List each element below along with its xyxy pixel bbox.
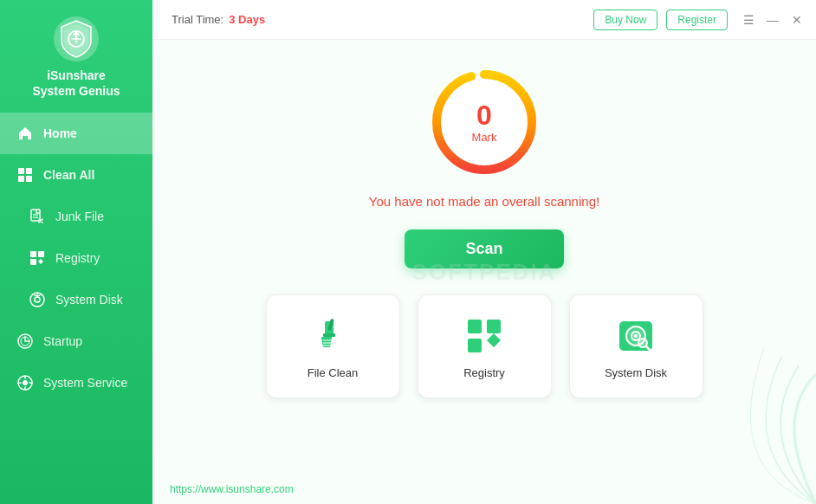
system-disk-icon [28,290,47,309]
sidebar-item-home-label: Home [43,126,77,140]
app-name: iSunshare [47,68,106,83]
score-circle: 0 Mark [428,66,541,178]
score-value: 0 [472,101,497,129]
svg-point-17 [35,297,40,302]
footer-link[interactable]: https://www.isunshare.com [170,483,294,495]
svg-marker-15 [38,259,43,264]
sidebar-item-system-service[interactable]: System Service [0,362,152,404]
feature-card-registry[interactable]: Registry [418,294,552,398]
feature-card-file-clean[interactable]: File Clean [266,294,400,398]
registry-icon [28,249,47,268]
sidebar-item-registry[interactable]: Registry [0,237,152,279]
feature-card-system-disk-label: System Disk [605,366,667,379]
main-area: Trial Time: 3 Days Buy Now Register ☰ — … [152,0,816,504]
trial-value: 3 Days [229,13,265,26]
sidebar-item-junk-file[interactable]: Junk File [0,196,152,237]
junk-file-icon [28,207,47,226]
sidebar: iSunshare System Genius Home Cle [0,0,152,504]
svg-rect-14 [30,259,36,265]
svg-rect-8 [26,176,32,182]
system-disk-feature-icon [614,314,657,358]
feature-card-system-disk[interactable]: System Disk [569,294,703,398]
registry-feature-icon [463,314,506,358]
sidebar-nav: Home Clean All [0,113,152,504]
svg-rect-13 [38,251,44,257]
minimize-button[interactable]: — [764,11,781,29]
svg-rect-33 [468,339,482,352]
sidebar-item-clean-all-label: Clean All [43,168,94,182]
svg-rect-12 [30,251,36,257]
sidebar-item-home[interactable]: Home [0,113,152,154]
svg-marker-34 [487,333,501,347]
feature-cards: File Clean Registry [266,294,703,398]
sidebar-item-startup-label: Startup [43,334,82,348]
register-button[interactable]: Register [666,10,728,30]
svg-point-38 [634,334,638,338]
menu-button[interactable]: ☰ [740,11,757,29]
buy-now-button[interactable]: Buy Now [593,10,657,30]
feature-card-registry-label: Registry [463,366,505,379]
content-area: SOFTPEDIA 0 Mark [152,40,816,504]
sidebar-item-junk-file-label: Junk File [55,210,104,223]
trial-label: Trial Time: [172,13,223,26]
system-service-icon [16,373,35,392]
svg-rect-6 [26,168,32,174]
scan-button[interactable]: Scan [405,229,563,268]
svg-rect-31 [468,320,482,333]
warning-text: You have not made an overall scanning! [369,194,599,209]
svg-point-3 [75,41,78,43]
svg-rect-26 [323,333,335,337]
app-product: System Genius [32,83,120,99]
svg-rect-32 [487,320,501,333]
logo-icon [53,16,100,62]
app-logo: iSunshare System Genius [0,0,152,113]
trial-info: Trial Time: 3 Days [163,13,265,26]
sidebar-item-startup[interactable]: Startup [0,320,152,362]
home-icon [16,124,35,143]
sidebar-item-system-disk-label: System Disk [55,293,123,307]
sidebar-item-registry-label: Registry [55,251,100,265]
score-inner: 0 Mark [472,101,497,144]
svg-point-22 [23,380,28,385]
clean-all-icon [16,165,35,184]
close-button[interactable]: ✕ [788,11,806,29]
sidebar-item-system-disk[interactable]: System Disk [0,279,152,320]
feature-card-file-clean-label: File Clean [308,366,359,379]
window-controls: ☰ — ✕ [740,11,806,29]
svg-rect-7 [18,176,24,182]
score-label: Mark [472,131,497,144]
titlebar: Trial Time: 3 Days Buy Now Register ☰ — … [152,0,816,40]
sidebar-item-clean-all[interactable]: Clean All [0,154,152,196]
sidebar-item-system-service-label: System Service [43,376,127,390]
file-clean-icon [311,314,354,358]
svg-rect-5 [18,168,24,174]
startup-icon [16,332,35,351]
